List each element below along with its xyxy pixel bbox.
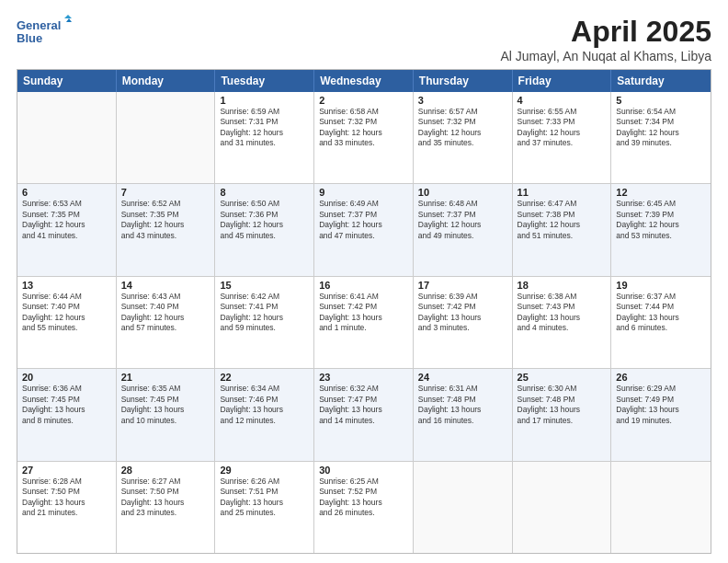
day-cell-29: 29Sunrise: 6:26 AMSunset: 7:51 PMDayligh… bbox=[215, 462, 314, 553]
day-info-19: Sunrise: 6:37 AMSunset: 7:44 PMDaylight:… bbox=[616, 292, 706, 334]
day-cell-28: 28Sunrise: 6:27 AMSunset: 7:50 PMDayligh… bbox=[117, 462, 216, 553]
day-number-18: 18 bbox=[518, 280, 607, 291]
svg-text:Blue: Blue bbox=[17, 31, 42, 45]
day-cell-17: 17Sunrise: 6:39 AMSunset: 7:42 PMDayligh… bbox=[414, 277, 513, 368]
day-number-26: 26 bbox=[616, 372, 706, 383]
day-cell-24: 24Sunrise: 6:31 AMSunset: 7:48 PMDayligh… bbox=[414, 369, 513, 460]
day-info-27: Sunrise: 6:28 AMSunset: 7:50 PMDaylight:… bbox=[22, 477, 111, 519]
day-number-24: 24 bbox=[418, 372, 507, 383]
day-info-10: Sunrise: 6:48 AMSunset: 7:37 PMDaylight:… bbox=[418, 199, 507, 241]
day-number-3: 3 bbox=[418, 95, 507, 106]
day-cell-23: 23Sunrise: 6:32 AMSunset: 7:47 PMDayligh… bbox=[314, 369, 414, 460]
day-cell-12: 12Sunrise: 6:45 AMSunset: 7:39 PMDayligh… bbox=[611, 184, 711, 275]
day-cell-22: 22Sunrise: 6:34 AMSunset: 7:46 PMDayligh… bbox=[215, 369, 314, 460]
day-cell-3: 3Sunrise: 6:57 AMSunset: 7:32 PMDaylight… bbox=[414, 92, 513, 183]
week-row-4: 20Sunrise: 6:36 AMSunset: 7:45 PMDayligh… bbox=[17, 368, 711, 460]
week-row-2: 6Sunrise: 6:53 AMSunset: 7:35 PMDaylight… bbox=[17, 183, 711, 275]
day-number-6: 6 bbox=[22, 187, 111, 198]
day-number-5: 5 bbox=[616, 95, 706, 106]
header-day-monday: Monday bbox=[117, 70, 216, 92]
day-info-4: Sunrise: 6:55 AMSunset: 7:33 PMDaylight:… bbox=[518, 107, 607, 149]
day-number-27: 27 bbox=[22, 465, 111, 476]
day-info-12: Sunrise: 6:45 AMSunset: 7:39 PMDaylight:… bbox=[616, 199, 706, 241]
day-info-22: Sunrise: 6:34 AMSunset: 7:46 PMDaylight:… bbox=[220, 384, 309, 426]
day-cell-14: 14Sunrise: 6:43 AMSunset: 7:40 PMDayligh… bbox=[117, 277, 216, 368]
day-info-28: Sunrise: 6:27 AMSunset: 7:50 PMDaylight:… bbox=[121, 477, 210, 519]
empty-cell-0-1 bbox=[117, 92, 216, 183]
day-number-30: 30 bbox=[319, 465, 408, 476]
day-cell-26: 26Sunrise: 6:29 AMSunset: 7:49 PMDayligh… bbox=[611, 369, 711, 460]
day-info-7: Sunrise: 6:52 AMSunset: 7:35 PMDaylight:… bbox=[121, 199, 210, 241]
day-info-2: Sunrise: 6:58 AMSunset: 7:32 PMDaylight:… bbox=[319, 107, 408, 149]
empty-cell-4-5 bbox=[513, 462, 612, 553]
header-day-saturday: Saturday bbox=[611, 70, 711, 92]
header: General Blue April 2025 Al Jumayl, An Nu… bbox=[17, 15, 711, 63]
day-number-7: 7 bbox=[121, 187, 210, 198]
day-info-23: Sunrise: 6:32 AMSunset: 7:47 PMDaylight:… bbox=[319, 384, 408, 426]
day-number-23: 23 bbox=[319, 372, 408, 383]
svg-marker-2 bbox=[64, 15, 72, 18]
day-info-13: Sunrise: 6:44 AMSunset: 7:40 PMDaylight:… bbox=[22, 292, 111, 334]
day-number-19: 19 bbox=[616, 280, 706, 291]
week-row-1: 1Sunrise: 6:59 AMSunset: 7:31 PMDaylight… bbox=[17, 92, 711, 183]
day-cell-13: 13Sunrise: 6:44 AMSunset: 7:40 PMDayligh… bbox=[17, 277, 117, 368]
day-info-29: Sunrise: 6:26 AMSunset: 7:51 PMDaylight:… bbox=[220, 477, 309, 519]
week-row-5: 27Sunrise: 6:28 AMSunset: 7:50 PMDayligh… bbox=[17, 461, 711, 553]
header-day-wednesday: Wednesday bbox=[314, 70, 414, 92]
day-cell-27: 27Sunrise: 6:28 AMSunset: 7:50 PMDayligh… bbox=[17, 462, 117, 553]
svg-text:General: General bbox=[17, 18, 61, 32]
day-info-24: Sunrise: 6:31 AMSunset: 7:48 PMDaylight:… bbox=[418, 384, 507, 426]
day-info-20: Sunrise: 6:36 AMSunset: 7:45 PMDaylight:… bbox=[22, 384, 111, 426]
day-cell-21: 21Sunrise: 6:35 AMSunset: 7:45 PMDayligh… bbox=[117, 369, 216, 460]
svg-marker-3 bbox=[66, 18, 72, 22]
day-info-16: Sunrise: 6:41 AMSunset: 7:42 PMDaylight:… bbox=[319, 292, 408, 334]
day-number-29: 29 bbox=[220, 465, 309, 476]
day-number-9: 9 bbox=[319, 187, 408, 198]
day-number-11: 11 bbox=[518, 187, 607, 198]
day-cell-20: 20Sunrise: 6:36 AMSunset: 7:45 PMDayligh… bbox=[17, 369, 117, 460]
title-location: Al Jumayl, An Nuqat al Khams, Libya bbox=[500, 49, 711, 63]
day-info-26: Sunrise: 6:29 AMSunset: 7:49 PMDaylight:… bbox=[616, 384, 706, 426]
day-cell-30: 30Sunrise: 6:25 AMSunset: 7:52 PMDayligh… bbox=[314, 462, 414, 553]
day-cell-10: 10Sunrise: 6:48 AMSunset: 7:37 PMDayligh… bbox=[414, 184, 513, 275]
title-month: April 2025 bbox=[500, 15, 711, 49]
header-day-friday: Friday bbox=[513, 70, 612, 92]
header-day-thursday: Thursday bbox=[414, 70, 513, 92]
day-number-10: 10 bbox=[418, 187, 507, 198]
day-number-1: 1 bbox=[220, 95, 309, 106]
header-day-tuesday: Tuesday bbox=[215, 70, 314, 92]
day-info-9: Sunrise: 6:49 AMSunset: 7:37 PMDaylight:… bbox=[319, 199, 408, 241]
day-number-15: 15 bbox=[220, 280, 309, 291]
day-number-12: 12 bbox=[616, 187, 706, 198]
day-info-11: Sunrise: 6:47 AMSunset: 7:38 PMDaylight:… bbox=[518, 199, 607, 241]
day-info-15: Sunrise: 6:42 AMSunset: 7:41 PMDaylight:… bbox=[220, 292, 309, 334]
day-cell-11: 11Sunrise: 6:47 AMSunset: 7:38 PMDayligh… bbox=[513, 184, 612, 275]
day-cell-7: 7Sunrise: 6:52 AMSunset: 7:35 PMDaylight… bbox=[117, 184, 216, 275]
day-cell-5: 5Sunrise: 6:54 AMSunset: 7:34 PMDaylight… bbox=[611, 92, 711, 183]
day-cell-2: 2Sunrise: 6:58 AMSunset: 7:32 PMDaylight… bbox=[314, 92, 414, 183]
title-block: April 2025 Al Jumayl, An Nuqat al Khams,… bbox=[500, 15, 711, 63]
day-info-6: Sunrise: 6:53 AMSunset: 7:35 PMDaylight:… bbox=[22, 199, 111, 241]
day-info-17: Sunrise: 6:39 AMSunset: 7:42 PMDaylight:… bbox=[418, 292, 507, 334]
day-cell-15: 15Sunrise: 6:42 AMSunset: 7:41 PMDayligh… bbox=[215, 277, 314, 368]
day-cell-9: 9Sunrise: 6:49 AMSunset: 7:37 PMDaylight… bbox=[314, 184, 414, 275]
page: General Blue April 2025 Al Jumayl, An Nu… bbox=[0, 0, 728, 563]
day-cell-16: 16Sunrise: 6:41 AMSunset: 7:42 PMDayligh… bbox=[314, 277, 414, 368]
calendar-body: 1Sunrise: 6:59 AMSunset: 7:31 PMDaylight… bbox=[17, 92, 711, 553]
day-number-21: 21 bbox=[121, 372, 210, 383]
day-number-25: 25 bbox=[518, 372, 607, 383]
logo: General Blue bbox=[17, 15, 72, 50]
day-number-2: 2 bbox=[319, 95, 408, 106]
day-number-22: 22 bbox=[220, 372, 309, 383]
day-number-16: 16 bbox=[319, 280, 408, 291]
calendar: SundayMondayTuesdayWednesdayThursdayFrid… bbox=[17, 69, 711, 554]
empty-cell-4-6 bbox=[611, 462, 711, 553]
day-info-30: Sunrise: 6:25 AMSunset: 7:52 PMDaylight:… bbox=[319, 477, 408, 519]
day-number-17: 17 bbox=[418, 280, 507, 291]
day-info-5: Sunrise: 6:54 AMSunset: 7:34 PMDaylight:… bbox=[616, 107, 706, 149]
day-number-13: 13 bbox=[22, 280, 111, 291]
day-cell-6: 6Sunrise: 6:53 AMSunset: 7:35 PMDaylight… bbox=[17, 184, 117, 275]
day-info-25: Sunrise: 6:30 AMSunset: 7:48 PMDaylight:… bbox=[518, 384, 607, 426]
day-number-4: 4 bbox=[518, 95, 607, 106]
empty-cell-4-4 bbox=[414, 462, 513, 553]
